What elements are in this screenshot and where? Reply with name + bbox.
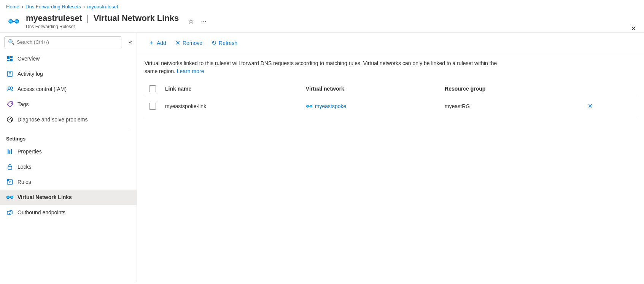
access-control-icon (6, 85, 14, 93)
remove-icon: ✕ (175, 39, 180, 46)
breadcrumb-home[interactable]: Home (6, 4, 19, 10)
table-row: myeastspoke-link (145, 96, 636, 116)
outbound-endpoints-icon (6, 209, 14, 216)
virtual-network-links-label: Virtual Network Links (17, 194, 72, 200)
virtual-network-cell: myeastspoke (301, 96, 440, 116)
svg-rect-5 (10, 56, 13, 58)
svg-rect-7 (10, 59, 13, 61)
svg-rect-6 (7, 60, 10, 61)
vnet-icon (306, 103, 313, 110)
locks-label: Locks (17, 164, 32, 170)
select-all-header (145, 81, 161, 96)
collapse-sidebar-button[interactable]: « (126, 37, 135, 46)
search-box: 🔍 (5, 37, 121, 47)
breadcrumb-rulesets[interactable]: Dns Forwarding Rulesets (25, 4, 81, 10)
properties-icon (6, 148, 14, 155)
breadcrumb: Home › Dns Forwarding Rulesets › myeastr… (0, 0, 644, 12)
svg-rect-17 (10, 150, 11, 154)
link-name-cell: myeastspoke-link (161, 96, 301, 116)
breadcrumb-current[interactable]: myeastruleset (87, 4, 118, 10)
svg-point-13 (10, 87, 13, 89)
tags-label: Tags (17, 101, 29, 107)
virtual-network-links-table: Link name Virtual network Resource group… (145, 81, 636, 116)
sidebar-item-tags[interactable]: Tags (0, 97, 137, 112)
toolbar: ＋ Add ✕ Remove ↻ Refresh (137, 33, 644, 53)
properties-label: Properties (17, 148, 42, 155)
svg-rect-4 (7, 56, 10, 59)
sidebar-item-access-control[interactable]: Access control (IAM) (0, 81, 137, 97)
delete-row-button[interactable]: ✕ (585, 101, 596, 111)
page-subtitle: Dns Forwarding Ruleset (26, 24, 179, 29)
sidebar-item-activity-log[interactable]: Activity log (0, 66, 137, 81)
activity-log-icon (6, 70, 14, 78)
info-text: Virtual networks linked to this ruleset … (137, 53, 517, 81)
activity-log-label: Activity log (17, 71, 43, 77)
virtual-network-header: Virtual network (301, 81, 440, 96)
link-name-header: Link name (161, 81, 301, 96)
search-input[interactable] (17, 39, 118, 45)
delete-cell: ✕ (580, 96, 636, 116)
svg-point-28 (306, 105, 308, 107)
sidebar-item-overview[interactable]: Overview (0, 51, 137, 66)
search-icon: 🔍 (8, 39, 14, 45)
table-area: Link name Virtual network Resource group… (137, 81, 644, 282)
overview-icon (6, 55, 14, 62)
row-checkbox[interactable] (149, 103, 156, 110)
tags-icon (6, 101, 14, 108)
resource-icon (6, 14, 21, 29)
sidebar-item-virtual-network-links[interactable]: Virtual Network Links (0, 190, 137, 205)
row-checkbox-cell (145, 96, 161, 116)
settings-divider (6, 129, 130, 129)
learn-more-link[interactable]: Learn more (177, 68, 204, 74)
sidebar-item-rules[interactable]: Rules (0, 174, 137, 190)
header-text: myeastruleset | Virtual Network Links Dn… (26, 13, 179, 29)
diagnose-icon (6, 116, 14, 123)
rules-icon (6, 178, 14, 186)
rules-label: Rules (17, 179, 31, 185)
select-all-checkbox[interactable] (149, 85, 156, 92)
favorite-button[interactable]: ☆ (186, 16, 196, 27)
resource-group-header: Resource group (440, 81, 580, 96)
sidebar-item-diagnose[interactable]: Diagnose and solve problems (0, 112, 137, 127)
sidebar: 🔍 « Overview Activity log Access control… (0, 33, 137, 282)
refresh-button[interactable]: ↻ Refresh (208, 37, 241, 49)
svg-point-14 (11, 103, 12, 104)
remove-button[interactable]: ✕ Remove (172, 37, 206, 49)
table-header-row: Link name Virtual network Resource group (145, 81, 636, 96)
svg-rect-23 (7, 179, 9, 181)
add-icon: ＋ (148, 39, 154, 47)
svg-rect-27 (7, 211, 11, 214)
resource-group-cell: myeastRG (440, 96, 580, 116)
svg-rect-18 (11, 149, 12, 154)
virtual-network-link[interactable]: myeastspoke (306, 103, 436, 110)
content-area: ＋ Add ✕ Remove ↻ Refresh Virtual network… (137, 33, 644, 282)
sidebar-item-outbound-endpoints[interactable]: Outbound endpoints (0, 205, 137, 220)
locks-icon (6, 163, 14, 171)
access-control-label: Access control (IAM) (17, 86, 67, 92)
header-actions: ☆ ··· (186, 16, 208, 27)
svg-point-29 (310, 105, 312, 107)
svg-rect-16 (8, 149, 9, 154)
more-options-button[interactable]: ··· (199, 16, 208, 27)
actions-header (580, 81, 636, 96)
refresh-icon: ↻ (211, 39, 216, 46)
virtual-network-links-icon (6, 193, 14, 201)
overview-label: Overview (17, 56, 40, 62)
sidebar-item-properties[interactable]: Properties (0, 144, 137, 159)
outbound-endpoints-label: Outbound endpoints (17, 209, 65, 215)
diagnose-label: Diagnose and solve problems (17, 116, 87, 123)
sidebar-item-locks[interactable]: Locks (0, 159, 137, 174)
settings-header: Settings (0, 131, 137, 144)
svg-rect-19 (8, 166, 12, 169)
add-button[interactable]: ＋ Add (145, 37, 170, 49)
main-layout: 🔍 « Overview Activity log Access control… (0, 32, 644, 282)
page-title: myeastruleset | Virtual Network Links (26, 13, 179, 23)
close-button[interactable]: ✕ (629, 23, 638, 34)
sidebar-search-row: 🔍 « (0, 33, 137, 51)
page-header: myeastruleset | Virtual Network Links Dn… (0, 12, 644, 32)
svg-point-12 (8, 87, 10, 89)
